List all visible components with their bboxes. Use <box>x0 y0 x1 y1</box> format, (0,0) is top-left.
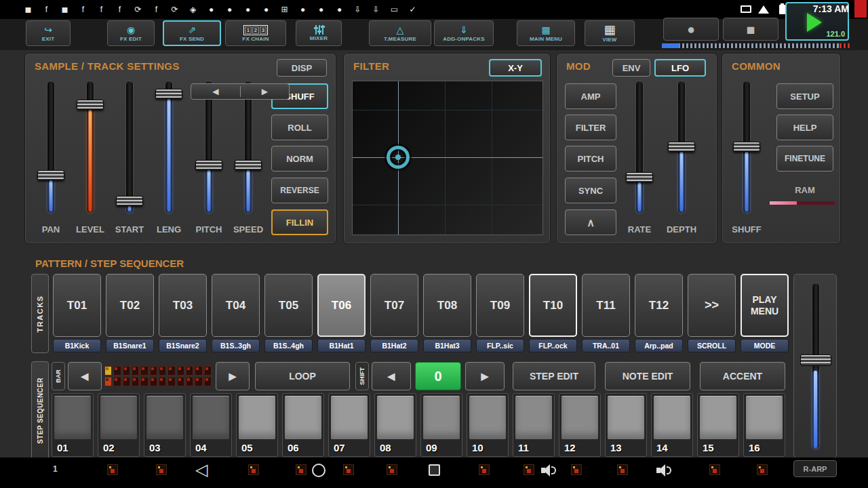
sample-nudge-control[interactable]: ◀ ▶ <box>191 83 290 100</box>
track-button-t03[interactable]: T03 <box>159 274 207 337</box>
slider-handle[interactable] <box>668 142 695 152</box>
step-pad-09[interactable]: 09 <box>420 393 462 457</box>
step-pad-08[interactable]: 08 <box>374 393 416 457</box>
track-button-t02[interactable]: T02 <box>106 274 154 337</box>
exit-button[interactable]: ↪ EXIT <box>26 20 71 46</box>
mod-filter-button[interactable]: FILTER <box>565 115 616 140</box>
step-pad-16[interactable]: 16 <box>743 393 785 457</box>
depth-slider[interactable]: DEPTH <box>665 81 698 214</box>
common-shuffle-slider[interactable]: SHUFF <box>730 81 763 214</box>
disp-button[interactable]: DISP <box>277 59 327 77</box>
slider-handle[interactable] <box>37 170 64 180</box>
fx-edit-button[interactable]: ◉ FX EDIT <box>107 20 155 46</box>
pitch-slider[interactable]: PITCH <box>193 81 225 214</box>
nudge-right-icon[interactable]: ▶ <box>241 87 290 96</box>
next-step-page-button[interactable]: ▶ <box>465 362 505 390</box>
track-name-t01[interactable]: B1Kick <box>53 339 101 352</box>
step-pad-05[interactable]: 05 <box>236 393 278 457</box>
length-slider[interactable]: LENG <box>153 81 185 214</box>
track-button-t12[interactable]: T12 <box>635 274 683 337</box>
track-button-t06[interactable]: T06 <box>317 274 366 337</box>
track-button-t01[interactable]: T01 <box>53 274 101 337</box>
time-measure-button[interactable]: △ T.MEASURE <box>369 20 431 46</box>
mod-expand-button[interactable]: ∧ <box>565 209 616 235</box>
back-icon[interactable]: ◁ <box>195 462 208 478</box>
setup-button[interactable]: SETUP <box>776 83 833 109</box>
filter-xy-pad[interactable] <box>352 81 543 235</box>
track-button-t07[interactable]: T07 <box>370 274 418 337</box>
stop-button[interactable]: ◼ <box>723 18 778 41</box>
bar-pattern-grid[interactable] <box>104 366 212 386</box>
level-slider[interactable]: LEVEL <box>74 81 106 214</box>
fx-send-button[interactable]: ⇗ FX SEND <box>163 20 221 46</box>
step-pad-07[interactable]: 07 <box>328 393 370 457</box>
mod-pitch-button[interactable]: PITCH <box>565 146 616 171</box>
track-scroll-button[interactable]: >> <box>688 274 736 337</box>
slider-handle[interactable] <box>235 160 262 170</box>
slider-handle[interactable] <box>77 100 104 110</box>
step-pad-13[interactable]: 13 <box>605 393 647 457</box>
fx-chain-button[interactable]: 1 2 3 FX CHAIN <box>225 20 286 46</box>
step-pad-02[interactable]: 02 <box>98 393 140 457</box>
prev-bar-button[interactable]: ◀ <box>68 362 102 390</box>
home-icon[interactable] <box>312 464 326 477</box>
next-bar-button[interactable]: ▶ <box>216 362 250 390</box>
pan-slider[interactable]: PAN <box>35 81 67 214</box>
env-tab[interactable]: ENV <box>612 59 650 77</box>
step-pad-12[interactable]: 12 <box>559 393 601 457</box>
slider-handle[interactable] <box>626 172 653 182</box>
step-pad-11[interactable]: 11 <box>513 393 555 457</box>
record-button[interactable]: ● <box>663 18 719 41</box>
track-name-t03[interactable]: B1Snare2 <box>159 339 207 352</box>
track-button-t11[interactable]: T11 <box>582 274 630 337</box>
main-menu-button[interactable]: ▦ MAIN MENU <box>517 20 575 46</box>
roll-button[interactable]: ROLL <box>271 115 328 140</box>
reverse-button[interactable]: REVERSE <box>271 178 328 203</box>
nudge-left-icon[interactable]: ◀ <box>191 87 240 96</box>
step-edit-button[interactable]: STEP EDIT <box>513 362 595 390</box>
slider-handle[interactable] <box>733 142 760 152</box>
volume-icon[interactable] <box>541 464 557 476</box>
volume-icon[interactable] <box>656 464 673 476</box>
step-pad-01[interactable]: 01 <box>52 393 94 457</box>
step-pad-03[interactable]: 03 <box>144 393 186 457</box>
track-button-t09[interactable]: T09 <box>476 274 524 337</box>
step-pad-06[interactable]: 06 <box>282 393 324 457</box>
note-edit-button[interactable]: NOTE EDIT <box>605 362 690 390</box>
track-name-t02[interactable]: B1Snare1 <box>106 339 154 352</box>
step-pad-10[interactable]: 10 <box>467 393 509 457</box>
track-name-t06[interactable]: B1Hat1 <box>317 339 366 352</box>
xy-mode-button[interactable]: X-Y <box>489 59 542 77</box>
recents-icon[interactable] <box>429 464 440 476</box>
track-name-t12[interactable]: Arp..pad <box>635 339 683 352</box>
loop-button[interactable]: LOOP <box>255 362 350 390</box>
tracks-tab[interactable]: TRACKS <box>31 274 49 353</box>
track-button-t08[interactable]: T08 <box>423 274 471 337</box>
speed-slider[interactable]: SPEED <box>232 81 264 214</box>
track-name-t10[interactable]: FLP..ock <box>529 339 577 352</box>
fillin-button[interactable]: FILLIN <box>271 209 328 235</box>
addon-packs-button[interactable]: ⇓ ADD-ONPACKS <box>434 20 494 46</box>
view-button[interactable]: ▦ VIEW <box>585 20 635 46</box>
track-name-t04[interactable]: B1S..3gh <box>212 339 260 352</box>
step-sequencer-tab[interactable]: STEP SEQUENCER <box>31 361 49 460</box>
track-button-t04[interactable]: T04 <box>212 274 260 337</box>
slider-handle[interactable] <box>195 160 222 170</box>
play-menu-button[interactable]: PLAY MENU <box>741 274 789 337</box>
norm-button[interactable]: NORM <box>271 146 328 171</box>
step-pad-04[interactable]: 04 <box>190 393 232 457</box>
lfo-tab[interactable]: LFO <box>654 59 706 77</box>
finetune-button[interactable]: FINETUNE <box>776 146 833 171</box>
rate-slider[interactable]: RATE <box>623 81 656 214</box>
track-name-t07[interactable]: B1Hat2 <box>370 339 418 352</box>
help-button[interactable]: HELP <box>776 115 833 140</box>
slider-handle[interactable] <box>155 89 182 99</box>
step-pad-15[interactable]: 15 <box>697 393 739 457</box>
prev-step-page-button[interactable]: ◀ <box>372 362 411 390</box>
track-name-t11[interactable]: TRA..01 <box>582 339 630 352</box>
slider-handle[interactable] <box>116 196 143 206</box>
mixer-button[interactable]: MIXER <box>296 20 342 46</box>
r-arp-button[interactable]: R-ARP <box>793 460 837 477</box>
track-name-t05[interactable]: B1S..4gh <box>264 339 313 352</box>
track-name-t09[interactable]: FLP..sic <box>476 339 524 352</box>
